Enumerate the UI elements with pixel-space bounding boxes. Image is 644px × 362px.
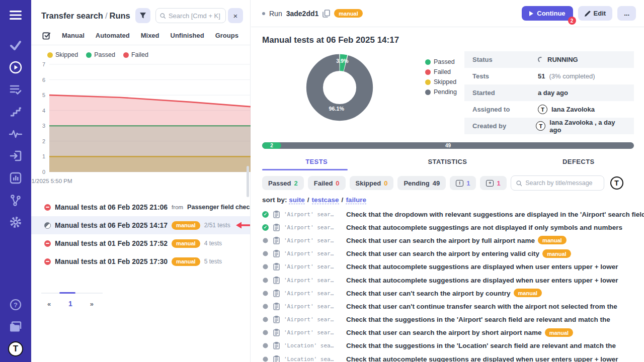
testcase-icon bbox=[273, 290, 280, 297]
filter-chip[interactable]: Skipped 0 bbox=[350, 176, 394, 190]
test-suite: 'Airport' sear… bbox=[284, 250, 342, 257]
legend-label: Skipped bbox=[434, 78, 456, 85]
manual-badge: manual bbox=[172, 239, 200, 248]
test-row[interactable]: 'Airport' sear… Check that user can't se… bbox=[251, 287, 644, 300]
sort-by-testcase[interactable]: testcase bbox=[312, 196, 339, 204]
detail-tab[interactable]: DEFECTS bbox=[513, 154, 644, 170]
run-list-item[interactable]: Manual tests at 06 Feb 2025 21:06 from P… bbox=[31, 198, 250, 216]
tests-search-input[interactable] bbox=[525, 179, 598, 187]
detail-tab[interactable]: STATISTICS bbox=[382, 154, 513, 170]
analytics-icon[interactable] bbox=[0, 167, 31, 189]
area-chart-legend: Skipped Passed Failed bbox=[31, 45, 250, 58]
test-row[interactable]: 'Location' sea… Check that autocomplete … bbox=[251, 352, 644, 362]
donut-legend: Passed Failed Skipped Pending bbox=[425, 49, 464, 134]
close-search-button[interactable]: × bbox=[228, 8, 243, 23]
pagination-prev[interactable]: « bbox=[47, 300, 51, 308]
test-row[interactable]: 'Airport' sear… Check that the suggestio… bbox=[251, 313, 644, 326]
tab-manual[interactable]: Manual bbox=[62, 32, 85, 39]
legend-item: Failed bbox=[425, 68, 464, 75]
settings-icon[interactable] bbox=[0, 211, 31, 233]
steps-icon[interactable] bbox=[0, 101, 31, 123]
run-list-item[interactable]: Manual tests at 06 Feb 2025 14:17 manual… bbox=[31, 216, 250, 234]
run-status-icon bbox=[44, 258, 51, 265]
testcase-icon bbox=[273, 237, 280, 244]
left-scrollbar-thumb[interactable] bbox=[247, 166, 249, 197]
select-all-icon[interactable] bbox=[42, 31, 51, 40]
run-tests-count: 2/51 tests bbox=[204, 222, 230, 229]
branches-icon[interactable] bbox=[0, 189, 31, 211]
run-title: Manual tests at 06 Feb 2025 21:06 bbox=[55, 203, 168, 211]
chip-label: Pending bbox=[404, 179, 429, 187]
test-status-icon bbox=[262, 224, 269, 231]
pagination-page-1[interactable]: 1 bbox=[68, 300, 72, 308]
info-label: Created by bbox=[472, 122, 536, 130]
run-from-suite[interactable]: Passenger field check bbox=[187, 204, 250, 211]
test-plans-icon[interactable] bbox=[0, 78, 31, 101]
info-label: Started bbox=[472, 89, 538, 97]
test-row[interactable]: 'Airport' sear… Check that user can sear… bbox=[251, 247, 644, 260]
sort-by-suite[interactable]: suite bbox=[289, 196, 305, 204]
legend-item: Skipped bbox=[47, 51, 78, 58]
copy-icon[interactable] bbox=[323, 10, 330, 18]
projects-icon[interactable] bbox=[0, 316, 31, 338]
filter-chip[interactable]: + 1 bbox=[480, 176, 506, 190]
user-avatar[interactable]: T bbox=[610, 176, 623, 190]
test-row[interactable]: 'Airport' sear… Check that autocomplete … bbox=[251, 274, 644, 287]
tests-icon[interactable] bbox=[0, 34, 31, 56]
filter-chip[interactable]: ! 1 bbox=[450, 176, 476, 190]
tab-groups[interactable]: Groups bbox=[215, 32, 238, 39]
test-row[interactable]: 'Airport' sear… Check that user can sear… bbox=[251, 234, 644, 247]
test-row[interactable]: 'Airport' sear… Check that user can't co… bbox=[251, 300, 644, 313]
sort-by-failure[interactable]: failure bbox=[346, 196, 366, 204]
filter-chip[interactable]: Passed 2 bbox=[262, 176, 304, 190]
test-title: Check that autocomplete suggestions are … bbox=[346, 277, 618, 284]
run-list-item[interactable]: Manual tests at 01 Feb 2025 17:52 manual… bbox=[31, 234, 250, 252]
filter-chip[interactable]: Pending 49 bbox=[397, 176, 446, 190]
test-row[interactable]: 'Airport' sear… Check that autocomplete … bbox=[251, 260, 644, 274]
more-button[interactable]: ... bbox=[617, 6, 636, 21]
edit-button[interactable]: Edit bbox=[578, 6, 613, 21]
filter-chip[interactable]: Failed 0 bbox=[308, 176, 346, 190]
run-status-icon bbox=[44, 222, 51, 229]
test-filter-chips: Passed 2 Failed 0 Skipped 0 Pend bbox=[262, 175, 634, 191]
test-title: Check that user can search the airport b… bbox=[346, 250, 571, 257]
test-status-icon bbox=[263, 238, 268, 243]
testcase-icon bbox=[273, 303, 280, 310]
manual-badge: manual bbox=[172, 221, 200, 230]
menu-icon[interactable] bbox=[0, 4, 31, 26]
breadcrumb-separator: / bbox=[103, 11, 110, 20]
test-status-icon bbox=[263, 343, 268, 348]
test-row[interactable]: 'Airport' sear… Check that autocomplete … bbox=[251, 221, 644, 234]
spinner-icon bbox=[537, 56, 544, 63]
test-row[interactable]: 'Airport' sear… Check that the dropdown … bbox=[251, 208, 644, 221]
legend-dot bbox=[425, 59, 431, 65]
tab-automated[interactable]: Automated bbox=[96, 32, 130, 39]
help-icon[interactable]: ? bbox=[0, 294, 31, 316]
pulse-icon[interactable] bbox=[0, 123, 31, 145]
runs-search-input[interactable] bbox=[169, 12, 221, 20]
manual-badge: manual bbox=[542, 249, 571, 258]
tab-unfinished[interactable]: Unfinished bbox=[171, 32, 204, 39]
test-row[interactable]: 'Location' sea… Check that the suggestio… bbox=[251, 339, 644, 352]
filter-button[interactable] bbox=[135, 8, 150, 23]
svg-text:96.1%: 96.1% bbox=[329, 106, 345, 112]
pagination-next[interactable]: » bbox=[90, 300, 94, 308]
runs-search[interactable] bbox=[155, 8, 226, 23]
run-bullet-icon bbox=[262, 12, 265, 15]
run-detail-panel: Run 3ade2dd1 manual Continue 2 Edit ... … bbox=[251, 0, 644, 362]
detail-tab[interactable]: TESTS bbox=[251, 154, 382, 170]
run-list-item[interactable]: Manual tests at 01 Feb 2025 17:30 manual… bbox=[31, 252, 250, 270]
test-title: Check that user can't continue transfer … bbox=[346, 303, 617, 310]
tests-search[interactable] bbox=[511, 175, 604, 191]
runs-icon[interactable] bbox=[0, 56, 31, 78]
test-row[interactable]: 'Airport' sear… Check that user can sear… bbox=[251, 326, 644, 339]
run-status-icon bbox=[44, 240, 51, 247]
continue-button[interactable]: Continue 2 bbox=[522, 6, 573, 21]
import-icon[interactable] bbox=[0, 145, 31, 167]
annotation-number-2: 2 bbox=[568, 17, 576, 25]
test-title: Check that the suggestions in the 'Locat… bbox=[346, 342, 616, 349]
manual-badge: manual bbox=[172, 257, 200, 266]
workspace-avatar[interactable]: T bbox=[0, 338, 31, 360]
tab-mixed[interactable]: Mixed bbox=[141, 32, 159, 39]
breadcrumb-parent[interactable]: Transfer search bbox=[41, 11, 103, 20]
